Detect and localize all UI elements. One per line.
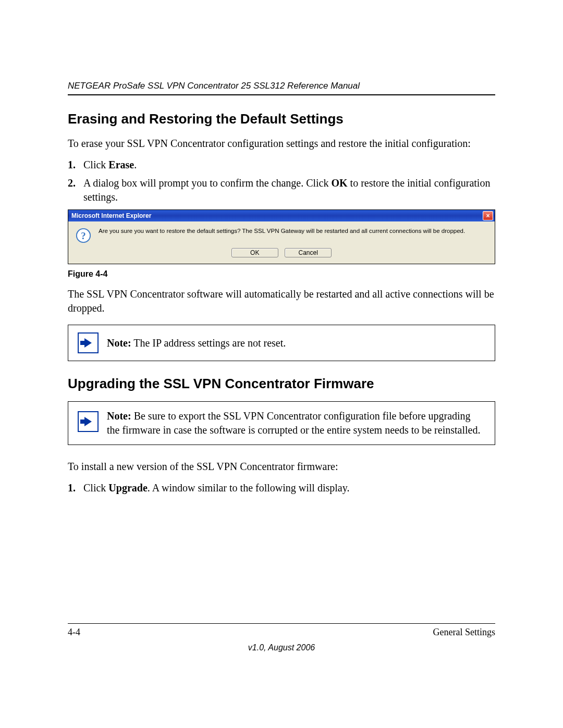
footer-row: 4-4 General Settings [68, 627, 495, 638]
arrow-icon [78, 332, 99, 353]
content-area: NETGEAR ProSafe SSL VPN Concentrator 25 … [68, 81, 495, 500]
note-label: Note: [107, 410, 131, 422]
arrow-icon [78, 411, 99, 432]
dialog-title-text: Microsoft Internet Explorer [71, 212, 151, 219]
upgrade-intro: To install a new version of the SSL VPN … [68, 460, 495, 474]
page-number: 4-4 [68, 627, 80, 638]
erase-keyword: Erase [108, 159, 134, 170]
step-1-erase: 1. Click Erase. [68, 158, 495, 172]
question-icon: ? [76, 228, 91, 243]
page: NETGEAR ProSafe SSL VPN Concentrator 25 … [0, 0, 563, 728]
cancel-button[interactable]: Cancel [285, 248, 332, 257]
heading-erase-restore: Erasing and Restoring the Default Settin… [68, 111, 495, 127]
note-body: The IP address settings are not reset. [131, 337, 286, 349]
footer-section-name: General Settings [433, 627, 495, 638]
dialog-message: Are you sure you want to restore the def… [99, 228, 465, 235]
heading-upgrade-firmware: Upgrading the SSL VPN Concentrator Firmw… [68, 376, 495, 392]
close-icon[interactable]: × [483, 211, 493, 220]
step-2-confirm: 2. A dialog box will prompt you to confi… [68, 176, 495, 204]
running-header: NETGEAR ProSafe SSL VPN Concentrator 25 … [68, 81, 495, 95]
note-label: Note: [107, 337, 131, 349]
upgrade-keyword: Upgrade [108, 482, 147, 493]
dialog-titlebar: Microsoft Internet Explorer × [68, 210, 495, 221]
note-export-before-upgrade: Note: Be sure to export the SSL VPN Conc… [68, 401, 495, 445]
ok-button[interactable]: OK [231, 248, 278, 257]
step-number: 1. [68, 481, 76, 495]
step-1-upgrade: 1. Click Upgrade. A window similar to th… [68, 481, 495, 495]
step-text-tail: . A window similar to the following will… [148, 482, 350, 493]
note-ip-not-reset: Note: The IP address settings are not re… [68, 325, 495, 361]
note-text: Note: Be sure to export the SSL VPN Conc… [107, 409, 485, 437]
dialog-button-row: OK Cancel [68, 245, 495, 264]
footer-version: v1.0, August 2006 [68, 643, 495, 652]
step-number: 1. [68, 158, 76, 172]
step-text-tail: . [134, 159, 137, 170]
ie-dialog: Microsoft Internet Explorer × ? Are you … [68, 209, 495, 264]
note-body: Be sure to export the SSL VPN Concentrat… [107, 410, 480, 436]
steps-list-erase: 1. Click Erase. 2. A dialog box will pro… [68, 158, 495, 204]
page-footer: 4-4 General Settings v1.0, August 2006 [68, 623, 495, 652]
note-text: Note: The IP address settings are not re… [107, 336, 286, 350]
dialog-body: ? Are you sure you want to restore the d… [68, 221, 495, 245]
step-number: 2. [68, 176, 76, 190]
ok-keyword: OK [331, 177, 347, 189]
step-text: Click [83, 159, 108, 170]
step-text: Click [83, 482, 108, 493]
step-text: A dialog box will prompt you to confirm … [83, 177, 331, 189]
intro-paragraph: To erase your SSL VPN Concentrator confi… [68, 137, 495, 151]
after-figure-paragraph: The SSL VPN Concentrator software will a… [68, 287, 495, 315]
svg-text:?: ? [81, 230, 85, 241]
figure-caption: Figure 4-4 [68, 269, 495, 279]
steps-list-upgrade: 1. Click Upgrade. A window similar to th… [68, 481, 495, 495]
